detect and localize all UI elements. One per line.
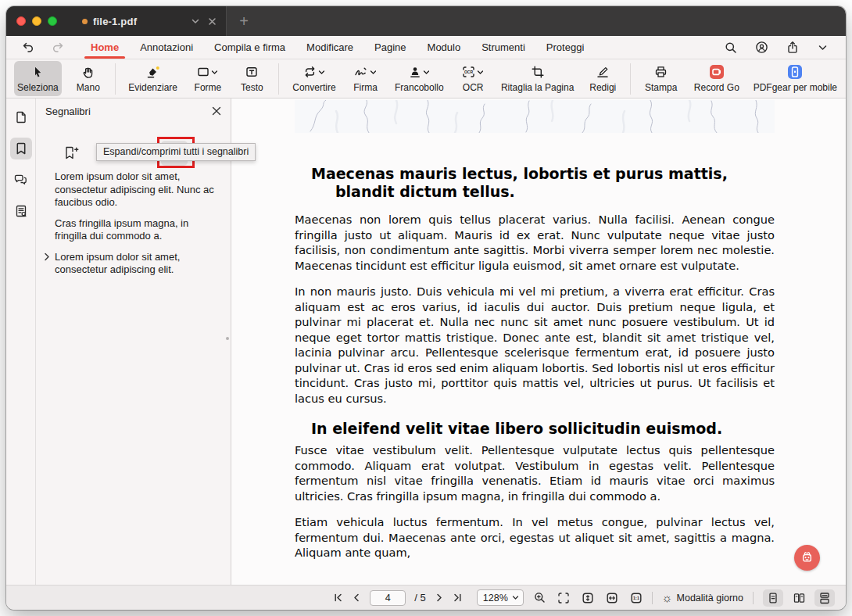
document-heading-2: In eleifend velit vitae libero sollicitu… xyxy=(295,420,775,438)
chevron-down-icon xyxy=(477,69,484,76)
document-tab[interactable]: file-1.pdf xyxy=(68,16,226,27)
search-icon[interactable] xyxy=(725,41,737,54)
undo-button[interactable] xyxy=(22,41,34,53)
share-icon[interactable] xyxy=(786,41,799,54)
ocr-scan-icon: OCR xyxy=(462,66,475,78)
svg-text:OCR: OCR xyxy=(464,70,474,74)
tab-compila-e-firma[interactable]: Compila e firma xyxy=(214,36,285,59)
redigi-button[interactable]: Redigi xyxy=(585,61,620,96)
document-paragraph-2: In non mauris justo. Duis vehicula mi ve… xyxy=(295,284,775,406)
redo-button[interactable] xyxy=(52,41,64,53)
ai-assistant-button[interactable] xyxy=(794,545,820,571)
close-window-button[interactable] xyxy=(16,16,26,26)
toolbar-separator xyxy=(630,63,631,95)
next-page-button[interactable] xyxy=(435,593,444,603)
bookmarks-panel-button[interactable] xyxy=(10,138,32,159)
chevron-down-icon xyxy=(211,69,218,76)
page-number-input[interactable] xyxy=(370,590,406,606)
single-page-view-button[interactable] xyxy=(763,589,783,607)
support-icon[interactable] xyxy=(755,41,768,54)
convert-icon xyxy=(303,66,317,78)
fit-page-button[interactable] xyxy=(557,592,570,604)
toolbar-separator xyxy=(278,63,279,95)
day-mode-toggle[interactable]: ☼ Modalità giorno xyxy=(662,592,743,603)
seleziona-button[interactable]: Seleziona xyxy=(14,61,62,96)
add-bookmark-button[interactable] xyxy=(57,141,84,166)
close-panel-icon[interactable] xyxy=(212,106,221,116)
chevron-down-icon xyxy=(318,69,325,76)
bookmark-item[interactable]: Lorem ipsum dolor sit amet, consectetur … xyxy=(36,251,231,285)
statusbar-separator xyxy=(652,592,653,604)
actual-size-button[interactable]: 1:1 xyxy=(630,592,643,604)
menu-bar: Home Annotazioni Compila e firma Modific… xyxy=(6,36,846,59)
zoom-window-button[interactable] xyxy=(48,16,57,26)
forme-button[interactable]: Forme xyxy=(191,61,226,96)
tab-chevron-down-icon[interactable] xyxy=(191,16,200,26)
convertire-button[interactable]: Convertire xyxy=(289,61,338,96)
panel-resize-handle[interactable] xyxy=(226,337,229,340)
tab-strumenti[interactable]: Strumenti xyxy=(481,36,525,59)
printer-icon xyxy=(654,64,668,80)
ocr-button[interactable]: OCR OCR xyxy=(456,61,489,96)
signatures-panel-button[interactable] xyxy=(10,200,32,222)
zoom-level-select[interactable]: 128% xyxy=(477,589,524,606)
tab-proteggi[interactable]: Proteggi xyxy=(546,36,584,59)
svg-text:1:1: 1:1 xyxy=(633,596,639,600)
bookmark-item[interactable]: Lorem ipsum dolor sit amet, consectetur … xyxy=(36,170,231,217)
tooltip: Espandi/comprimi tutti i segnalibri xyxy=(96,143,256,161)
evidenziare-button[interactable]: Evidenziare xyxy=(126,61,181,96)
ritaglia-pagina-button[interactable]: Ritaglia la Pagina xyxy=(499,61,575,96)
signature-icon xyxy=(354,66,368,78)
tab-annotazioni[interactable]: Annotazioni xyxy=(140,36,193,59)
tab-home[interactable]: Home xyxy=(91,36,119,59)
bookmark-list: Lorem ipsum dolor sit amet, consectetur … xyxy=(36,170,231,285)
marble-banner-image xyxy=(295,100,775,133)
mano-button[interactable]: Mano xyxy=(72,61,105,96)
firma-button[interactable]: Firma xyxy=(349,61,381,96)
document-viewport[interactable]: Maecenas mauris lectus, lobortis et puru… xyxy=(231,98,846,585)
unsaved-indicator-icon xyxy=(82,19,88,24)
document-paragraph-4: Etiam vehicula luctus fermentum. In vel … xyxy=(295,514,775,560)
tab-close-icon[interactable] xyxy=(208,17,217,26)
tab-modificare[interactable]: Modificare xyxy=(306,36,353,59)
comments-panel-button[interactable] xyxy=(10,169,32,191)
fit-height-button[interactable] xyxy=(582,592,594,604)
continuous-scroll-view-button[interactable] xyxy=(814,589,835,607)
thumbnails-panel-button[interactable] xyxy=(10,106,32,128)
francobollo-button[interactable]: Francobollo xyxy=(392,61,446,96)
previous-page-button[interactable] xyxy=(352,593,361,603)
plus-icon: + xyxy=(239,13,249,30)
tab-bar: file-1.pdf + xyxy=(6,6,846,36)
chevron-down-icon xyxy=(423,69,430,76)
record-go-button[interactable]: Record Go xyxy=(691,61,743,96)
two-page-view-button[interactable] xyxy=(789,589,809,607)
zoom-in-button[interactable] xyxy=(534,592,546,603)
toolbar-separator xyxy=(115,63,116,95)
record-go-icon xyxy=(709,64,725,80)
traffic-lights xyxy=(6,16,68,26)
tab-modulo[interactable]: Modulo xyxy=(428,36,461,59)
testo-button[interactable]: Testo xyxy=(235,61,268,96)
tab-title: file-1.pdf xyxy=(93,16,137,27)
new-tab-button[interactable]: + xyxy=(227,6,261,36)
highlighter-icon xyxy=(146,64,160,80)
panel-title: Segnalibri xyxy=(45,106,91,117)
stampa-button[interactable]: Stampa xyxy=(641,61,681,96)
pdf-page: Maecenas mauris lectus, lobortis et puru… xyxy=(295,100,775,585)
pdfgear-mobile-button[interactable]: PDFgear per mobile xyxy=(753,61,838,96)
tab-pagine[interactable]: Pagine xyxy=(374,36,406,59)
text-box-icon xyxy=(245,64,258,80)
chevron-down-icon xyxy=(512,594,519,601)
first-page-button[interactable] xyxy=(333,593,343,603)
collapse-toolbar-chevron-icon[interactable] xyxy=(817,41,829,53)
bookmark-icon xyxy=(14,141,28,156)
redact-pen-icon xyxy=(596,64,610,80)
document-paragraph-1: Maecenas non lorem quis tellus placerat … xyxy=(295,212,775,273)
bookmark-item[interactable]: Cras fringilla ipsum magna, in fringilla… xyxy=(36,217,231,251)
expand-chevron-icon[interactable] xyxy=(43,251,51,262)
last-page-button[interactable] xyxy=(453,593,463,603)
fit-width-button[interactable] xyxy=(606,592,618,604)
minimize-window-button[interactable] xyxy=(32,16,41,26)
statusbar-separator xyxy=(753,592,754,604)
shape-icon xyxy=(197,66,209,78)
